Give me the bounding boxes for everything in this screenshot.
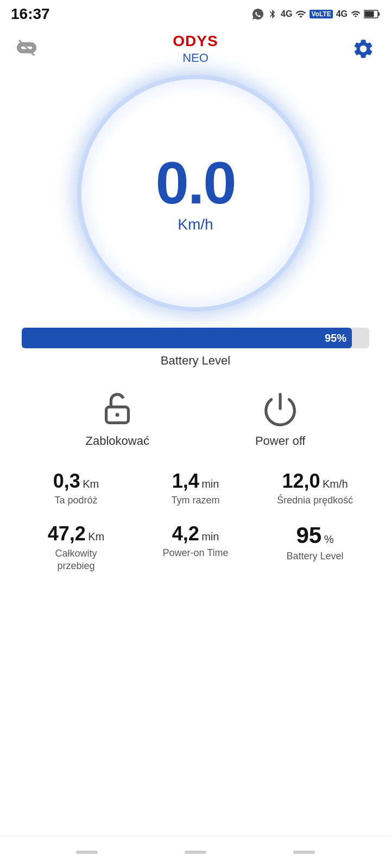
stat-battery-level-value: 95 % — [255, 522, 375, 548]
unlink-button[interactable] — [16, 37, 43, 60]
stat-avg-speed-label: Średnia prędkość — [255, 495, 375, 506]
battery-bar-container: 95% — [22, 328, 369, 348]
stat-distance-label: Ta podróż — [16, 495, 136, 506]
stat-battery-level: 95 % Battery Level — [255, 522, 375, 573]
app-logo: ODYS — [173, 33, 218, 50]
stats-section: 0,3 Km Ta podróż 1,4 min Tym razem 12,0 … — [0, 459, 391, 600]
whatsapp-icon — [251, 8, 264, 21]
stats-row-1: 0,3 Km Ta podróż 1,4 min Tym razem 12,0 … — [16, 470, 375, 506]
status-bar: 16:37 4G VoLTE 4G — [0, 0, 391, 27]
controls-section: Zablokować Power off — [0, 373, 391, 459]
stats-row-2: 47,2 Km Całkowityprzebieg 4,2 min Power-… — [16, 522, 375, 573]
nav-dot-3 — [293, 851, 315, 854]
bluetooth-icon — [268, 8, 278, 21]
status-time: 16:37 — [11, 5, 50, 23]
speedometer-section: 0.0 Km/h — [0, 68, 391, 312]
stat-time: 1,4 min Tym razem — [136, 470, 255, 506]
stat-total-distance-label: Całkowityprzebieg — [16, 547, 136, 573]
status-icons: 4G VoLTE 4G — [251, 8, 380, 21]
stat-avg-speed-value: 12,0 Km/h — [255, 470, 375, 493]
svg-rect-2 — [365, 11, 374, 17]
device-name: NEO — [173, 51, 218, 65]
lock-label: Zablokować — [86, 434, 149, 448]
gear-icon — [352, 37, 375, 60]
header-center: ODYS NEO — [173, 33, 218, 65]
signal-bars2-icon — [351, 8, 361, 21]
stat-total-distance-value: 47,2 Km — [16, 522, 136, 545]
battery-bar-fill: 95% — [22, 328, 352, 348]
power-control[interactable]: Power off — [255, 390, 306, 448]
battery-percentage: 95% — [325, 332, 346, 344]
stat-total-distance: 47,2 Km Całkowityprzebieg — [16, 522, 136, 573]
battery-label: Battery Level — [22, 354, 369, 368]
speed-unit: Km/h — [178, 216, 213, 233]
header: ODYS NEO — [0, 27, 391, 68]
stat-power-time-value: 4,2 min — [136, 522, 255, 545]
svg-point-5 — [116, 413, 119, 417]
nav-dot-2 — [185, 851, 206, 854]
power-label: Power off — [255, 434, 306, 448]
signal-bars-icon — [295, 8, 306, 21]
speed-value: 0.0 — [156, 153, 236, 213]
stat-battery-level-label: Battery Level — [255, 551, 375, 562]
lock-icon — [98, 390, 136, 427]
nav-dot-1 — [76, 851, 98, 854]
bottom-nav — [0, 835, 391, 868]
stat-distance-value: 0,3 Km — [16, 470, 136, 493]
speedometer-circle: 0.0 Km/h — [81, 79, 310, 307]
logo-o: O — [173, 33, 185, 49]
stat-time-value: 1,4 min — [136, 470, 255, 493]
svg-rect-1 — [378, 12, 380, 16]
signal-4g-icon: 4G — [281, 9, 292, 19]
settings-button[interactable] — [348, 37, 375, 60]
battery-section: 95% Battery Level — [0, 312, 391, 373]
volte-badge: VoLTE — [310, 10, 332, 18]
lock-control[interactable]: Zablokować — [86, 390, 149, 448]
stat-avg-speed: 12,0 Km/h Średnia prędkość — [255, 470, 375, 506]
stat-power-time: 4,2 min Power-on Time — [136, 522, 255, 573]
power-icon — [261, 390, 299, 427]
battery-status-icon — [364, 10, 380, 18]
stat-time-label: Tym razem — [136, 495, 255, 506]
signal-4g2-icon: 4G — [336, 9, 348, 19]
unlink-icon — [16, 37, 37, 58]
stat-power-time-label: Power-on Time — [136, 547, 255, 559]
stat-distance: 0,3 Km Ta podróż — [16, 470, 136, 506]
